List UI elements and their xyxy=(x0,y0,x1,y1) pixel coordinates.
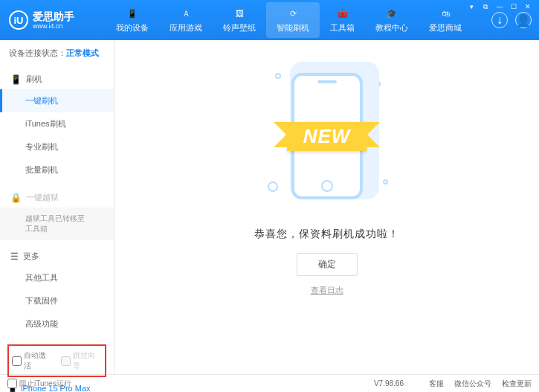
success-illustration: NEW xyxy=(260,58,394,214)
nav-toolbox[interactable]: 🧰工具箱 xyxy=(320,2,365,38)
maximize-icon[interactable]: ☐ xyxy=(507,1,520,12)
skin-icon[interactable]: ⧉ xyxy=(479,1,492,12)
footer-wechat[interactable]: 微信公众号 xyxy=(454,379,491,389)
jailbreak-note[interactable]: 越狱工具已转移至 工具箱 xyxy=(0,208,114,240)
sidebar-item-pro[interactable]: 专业刷机 xyxy=(0,135,114,158)
section-flash[interactable]: 📱刷机 xyxy=(0,69,114,89)
main-content: NEW 恭喜您，保资料刷机成功啦！ 确定 查看日志 xyxy=(114,40,539,374)
section-more[interactable]: ☰更多 xyxy=(0,246,114,266)
footer-update[interactable]: 检查更新 xyxy=(502,379,532,389)
view-log-link[interactable]: 查看日志 xyxy=(311,285,343,296)
device-icon: 📱 xyxy=(126,7,139,20)
version-label: V7.98.66 xyxy=(374,379,404,388)
app-header: iU 爱思助手 www.i4.cn 📱我的设备 Ａ应用游戏 🖼铃声壁纸 ⟳智能刷… xyxy=(0,0,539,40)
minimize-icon[interactable]: — xyxy=(493,1,506,12)
sidebar-item-batch[interactable]: 批量刷机 xyxy=(0,158,114,181)
download-icon: ↓ xyxy=(497,13,503,27)
auto-activate-checkbox[interactable]: 自动激活 xyxy=(12,350,54,371)
user-icon: 👤 xyxy=(516,13,531,28)
options-highlight: 自动激活 跳过向导 xyxy=(7,344,106,377)
connection-status: 设备连接状态：正常模式 xyxy=(0,40,114,66)
nav-store[interactable]: 🛍爱思商城 xyxy=(419,2,472,38)
more-icon: ☰ xyxy=(10,251,19,262)
sidebar-item-other[interactable]: 其他工具 xyxy=(0,266,114,289)
sidebar-item-download[interactable]: 下载固件 xyxy=(0,289,114,312)
toolbox-icon: 🧰 xyxy=(336,7,349,20)
top-nav: 📱我的设备 Ａ应用游戏 🖼铃声壁纸 ⟳智能刷机 🧰工具箱 🎓教程中心 🛍爱思商城 xyxy=(106,2,491,38)
footer-support[interactable]: 客服 xyxy=(429,379,444,389)
apps-icon: Ａ xyxy=(179,7,193,20)
section-jailbreak: 🔒一键越狱 xyxy=(0,187,114,208)
sidebar: 设备连接状态：正常模式 📱刷机 一键刷机 iTunes刷机 专业刷机 批量刷机 … xyxy=(0,40,114,374)
phone-icon: 📱 xyxy=(10,74,22,85)
sidebar-item-advanced[interactable]: 高级功能 xyxy=(0,312,114,335)
logo-icon: iU xyxy=(9,10,28,30)
block-itunes-checkbox[interactable]: 阻止iTunes运行 xyxy=(7,379,71,389)
nav-my-device[interactable]: 📱我的设备 xyxy=(106,2,159,38)
user-button[interactable]: 👤 xyxy=(515,12,532,28)
sidebar-item-oneclick[interactable]: 一键刷机 xyxy=(0,89,114,112)
tutorial-icon: 🎓 xyxy=(385,7,398,20)
download-button[interactable]: ↓ xyxy=(491,12,508,28)
logo: iU 爱思助手 www.i4.cn xyxy=(0,10,83,30)
close-icon[interactable]: ✕ xyxy=(521,1,535,12)
skip-guide-checkbox[interactable]: 跳过向导 xyxy=(61,350,103,371)
store-icon: 🛍 xyxy=(439,7,452,20)
ringtone-icon: 🖼 xyxy=(233,7,246,20)
nav-flash[interactable]: ⟳智能刷机 xyxy=(266,2,320,38)
app-url: www.i4.cn xyxy=(33,22,74,30)
new-ribbon: NEW xyxy=(287,122,367,151)
lock-icon: 🔒 xyxy=(10,193,22,203)
ok-button[interactable]: 确定 xyxy=(297,253,358,276)
sidebar-item-itunes[interactable]: iTunes刷机 xyxy=(0,112,114,135)
nav-tutorial[interactable]: 🎓教程中心 xyxy=(365,2,419,38)
flash-icon: ⟳ xyxy=(286,7,300,20)
success-message: 恭喜您，保资料刷机成功啦！ xyxy=(254,228,399,241)
nav-apps[interactable]: Ａ应用游戏 xyxy=(159,2,213,38)
nav-ringtones[interactable]: 🖼铃声壁纸 xyxy=(213,2,266,38)
